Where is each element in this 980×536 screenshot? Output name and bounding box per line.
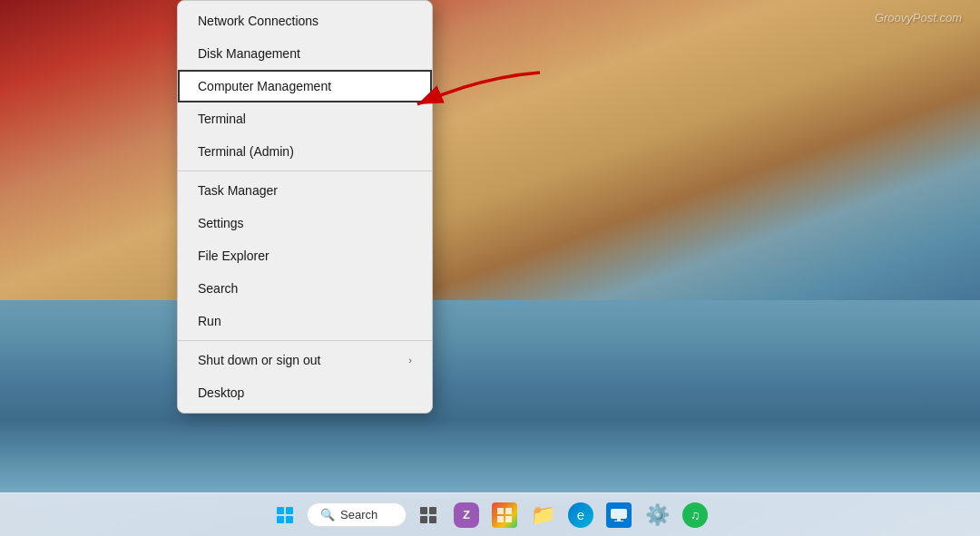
- menu-item-network-connections[interactable]: Network Connections: [178, 5, 432, 37]
- menu-item-disk-management[interactable]: Disk Management: [178, 37, 432, 70]
- menu-item-file-explorer[interactable]: File Explorer: [178, 239, 432, 272]
- edge-button[interactable]: e: [564, 499, 597, 531]
- settings-button[interactable]: ⚙️: [641, 499, 673, 531]
- submenu-chevron-icon: ›: [408, 355, 412, 365]
- menu-item-label: Computer Management: [198, 79, 331, 93]
- taskbar-search-label: Search: [340, 508, 377, 521]
- menu-item-label: Shut down or sign out: [198, 353, 320, 367]
- menu-item-label: Task Manager: [198, 183, 278, 198]
- gear-icon: ⚙️: [645, 503, 670, 527]
- menu-item-search[interactable]: Search: [178, 272, 432, 305]
- menu-separator: [178, 171, 432, 171]
- menu-item-label: Terminal (Admin): [198, 144, 294, 159]
- svg-rect-6: [505, 508, 512, 514]
- menu-item-desktop[interactable]: Desktop: [178, 376, 432, 409]
- svg-rect-10: [617, 519, 621, 521]
- menu-item-task-manager[interactable]: Task Manager: [178, 174, 432, 207]
- svg-rect-8: [505, 516, 512, 522]
- store-icon: [492, 502, 517, 528]
- folder-icon: 📁: [531, 503, 555, 527]
- menu-item-label: Terminal: [198, 112, 246, 126]
- menu-item-terminal[interactable]: Terminal: [178, 102, 432, 135]
- taskbar-search-bar[interactable]: 🔍 Search: [307, 502, 407, 527]
- menu-item-label: Network Connections: [198, 14, 318, 28]
- menu-item-label: Run: [198, 314, 221, 328]
- search-icon: 🔍: [320, 508, 335, 521]
- menu-item-terminal-admin[interactable]: Terminal (Admin): [178, 135, 432, 168]
- menu-item-label: File Explorer: [198, 249, 270, 263]
- svg-rect-7: [497, 516, 504, 522]
- menu-item-label: Settings: [198, 216, 244, 230]
- context-menu: Network ConnectionsDisk ManagementComput…: [177, 0, 433, 414]
- menu-item-computer-management[interactable]: Computer Management: [178, 70, 432, 102]
- svg-rect-9: [611, 509, 627, 519]
- start-button[interactable]: [269, 499, 301, 531]
- svg-rect-2: [429, 507, 436, 514]
- svg-rect-5: [497, 508, 504, 514]
- taskbar-icons: 🔍 Search Z 📁 e: [269, 499, 711, 531]
- edge-icon: e: [568, 502, 593, 528]
- task-view-button[interactable]: [412, 499, 445, 531]
- svg-rect-4: [429, 516, 436, 523]
- spotify-button[interactable]: ♫: [679, 499, 711, 531]
- svg-rect-3: [420, 516, 427, 523]
- windows-logo-icon: [277, 507, 293, 523]
- menu-separator: [178, 340, 432, 341]
- store-button[interactable]: [488, 499, 521, 531]
- zoom-icon: Z: [454, 502, 479, 528]
- svg-rect-11: [614, 521, 623, 521]
- zoom-button[interactable]: Z: [450, 499, 483, 531]
- menu-item-run[interactable]: Run: [178, 305, 432, 337]
- menu-item-label: Disk Management: [198, 46, 300, 61]
- taskbar: 🔍 Search Z 📁 e: [0, 492, 980, 536]
- watermark: GroovyPost.com: [875, 11, 962, 24]
- menu-item-label: Desktop: [198, 385, 244, 400]
- menu-item-label: Search: [198, 281, 238, 296]
- desktop-background: [0, 0, 980, 536]
- menu-item-settings[interactable]: Settings: [178, 207, 432, 239]
- spotify-icon: ♫: [682, 502, 708, 528]
- file-explorer-button[interactable]: 📁: [526, 499, 559, 531]
- menu-item-shut-down[interactable]: Shut down or sign out›: [178, 344, 432, 376]
- task-view-icon: [419, 506, 437, 524]
- remote-desktop-icon: [606, 502, 632, 528]
- svg-rect-1: [420, 507, 427, 514]
- remote-desktop-button[interactable]: [603, 499, 635, 531]
